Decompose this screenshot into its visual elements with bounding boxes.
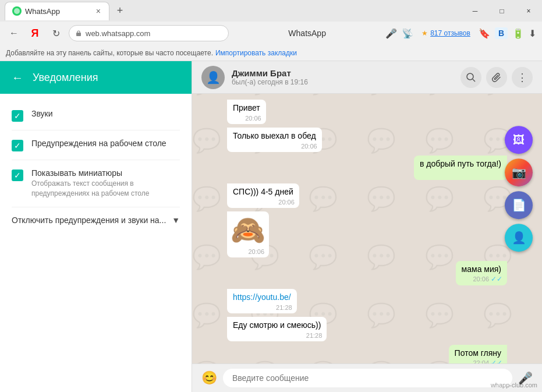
back-button[interactable]: ← (12, 71, 23, 84)
msg-text-9: Потом гляну (455, 348, 501, 358)
message-8: Еду смотрю и смеюсь)) 21:28 (227, 317, 327, 341)
msg-time-7: 21:28 (276, 304, 292, 311)
star-icon: ★ (421, 29, 428, 37)
message-3: в добрый путь тогда!) (414, 156, 507, 180)
bookmark-bar: Добавляйте на эту панель сайты, которые … (0, 45, 542, 61)
active-tab[interactable]: WhatsApp × (5, 2, 109, 20)
message-6: мама мия) 20:06 ✓✓ (456, 261, 507, 285)
settings-title: Уведомления (33, 72, 98, 84)
tab-bar: WhatsApp × + ─ □ × (0, 0, 542, 22)
address-text: web.whatsapp.com (86, 29, 222, 38)
emoji-button[interactable]: 😊 (201, 370, 217, 386)
contact-name: Джимми Брат (232, 68, 454, 78)
msg-text-1: Привет (233, 103, 260, 112)
contact-status: был(-а) сегодня в 19:16 (232, 78, 454, 86)
desktop-label: Предупреждения на рабочем столе (31, 139, 167, 148)
sounds-checkbox[interactable]: ✓ (12, 110, 23, 122)
more-options-button[interactable]: ⋮ (512, 67, 533, 88)
setting-desktop: ✓ Предупреждения на рабочем столе (12, 130, 180, 160)
setting-sounds: ✓ Звуки (12, 101, 180, 130)
chat-header: 👤 Джимми Брат был(-а) сегодня в 19:16 ⋮ (192, 61, 542, 94)
svg-rect-1 (76, 33, 81, 36)
search-button[interactable] (460, 67, 481, 88)
sounds-label: Звуки (31, 109, 53, 118)
refresh-button[interactable]: ↻ (48, 25, 64, 41)
tab-close-btn[interactable]: × (95, 5, 102, 17)
msg-time-9: 22:04 ✓✓ (473, 359, 502, 363)
previews-checkbox[interactable]: ✓ (12, 169, 23, 181)
msg-time-2: 20:06 (301, 143, 317, 150)
download-action[interactable]: ⬇ (529, 28, 536, 39)
message-2: Только выехал в обед 20:06 (227, 128, 322, 152)
search-icon (466, 72, 476, 83)
desktop-checkbox[interactable]: ✓ (12, 140, 23, 151)
check-marks-9: ✓✓ (491, 359, 502, 363)
check-marks-6: ✓✓ (491, 275, 502, 283)
new-tab-button[interactable]: + (112, 3, 128, 19)
bookmark-action[interactable]: 🔖 (479, 28, 490, 39)
mic-action[interactable]: 🎤 (385, 28, 397, 39)
header-actions: ⋮ (460, 67, 533, 88)
settings-panel: ← Уведомления ✓ Звуки ✓ Предупреждения н… (0, 61, 192, 392)
fab-contact[interactable]: 👤 (505, 224, 533, 252)
msg-text-3: в добрый путь тогда!) (420, 159, 501, 168)
cast-action[interactable]: 📡 (402, 28, 413, 39)
message-5: 🙈 20:06 (227, 211, 269, 257)
message-9: Потом гляну 22:04 ✓✓ (449, 345, 507, 363)
window-controls: ─ □ × (462, 0, 542, 22)
msg-text-6: мама мия) (462, 264, 501, 274)
minimize-button[interactable]: ─ (462, 0, 488, 22)
lock-icon (75, 30, 82, 37)
watermark: whapp-club.com (491, 382, 537, 389)
msg-time-6: 20:06 ✓✓ (473, 275, 502, 283)
svg-point-0 (14, 8, 20, 14)
msg-time-5: 20:06 (248, 248, 264, 255)
app-container: ← Уведомления ✓ Звуки ✓ Предупреждения н… (0, 61, 542, 392)
fab-document[interactable]: 📄 (505, 191, 533, 219)
message-input[interactable] (223, 369, 512, 387)
b-action[interactable]: В (495, 27, 508, 39)
rating-action[interactable]: ★ 817 отзывов (418, 28, 474, 38)
msg-text-2: Только выехал в обед (233, 131, 316, 140)
mute-row[interactable]: Отключить предупреждения и звуки на... ▼ (12, 207, 180, 233)
msg-text-4: СПС))) 4-5 дней (233, 187, 293, 196)
address-bar[interactable]: web.whatsapp.com (69, 25, 229, 41)
message-1: Привет 20:06 (227, 100, 266, 124)
msg-time-1: 20:06 (245, 115, 261, 122)
back-button[interactable]: ← (6, 25, 22, 41)
message-7: https://youtu.be/ 21:28 (227, 289, 297, 313)
fab-image[interactable]: 🖼 (505, 126, 533, 154)
maximize-button[interactable]: □ (488, 0, 515, 22)
page-title: WhatsApp (233, 29, 381, 38)
previews-sublabel: Отображать текст сообщения в предупрежде… (31, 179, 180, 199)
msg-time-4: 20:06 (278, 199, 295, 206)
browser-controls: ← Я ↻ web.whatsapp.com WhatsApp 🎤 📡 ★ 81… (0, 22, 542, 45)
floating-buttons: 🖼 📷 📄 👤 (505, 126, 533, 252)
contact-info: Джимми Брат был(-а) сегодня в 19:16 (232, 68, 454, 86)
messages-container[interactable]: Привет 20:06 Только выехал в обед 20:06 … (192, 94, 542, 363)
browser-actions: 🎤 📡 ★ 817 отзывов 🔖 В 🔋 ⬇ (385, 27, 536, 39)
msg-link-7[interactable]: https://youtu.be/ (233, 292, 291, 302)
attach-button[interactable] (486, 67, 507, 88)
msg-emoji-5: 🙈 (231, 214, 265, 245)
tab-title-text: WhatsApp (25, 7, 91, 16)
msg-text-8: Еду смотрю и смеюсь)) (233, 320, 321, 330)
fab-camera[interactable]: 📷 (505, 158, 533, 186)
mute-label: Отключить предупреждения и звуки на... (12, 216, 166, 225)
bookmark-bar-text: Добавляйте на эту панель сайты, которые … (6, 49, 213, 57)
contact-avatar: 👤 (201, 66, 225, 89)
close-button[interactable]: × (515, 0, 542, 22)
import-bookmarks-link[interactable]: Импортировать закладки (215, 49, 297, 57)
yandex-button[interactable]: Я (27, 25, 43, 41)
settings-content: ✓ Звуки ✓ Предупреждения на рабочем стол… (0, 94, 192, 392)
msg-time-8: 21:28 (306, 332, 323, 339)
dropdown-arrow-icon: ▼ (172, 216, 180, 225)
message-4: СПС))) 4-5 дней 20:06 (227, 183, 299, 208)
battery-icon: 🔋 (512, 28, 524, 39)
chat-area: 👤 Джимми Брат был(-а) сегодня в 19:16 ⋮ … (192, 61, 542, 392)
svg-point-2 (467, 73, 473, 80)
tab-favicon (12, 6, 22, 16)
settings-header: ← Уведомления (0, 61, 192, 94)
paperclip-icon (491, 72, 502, 83)
svg-line-3 (473, 79, 475, 82)
